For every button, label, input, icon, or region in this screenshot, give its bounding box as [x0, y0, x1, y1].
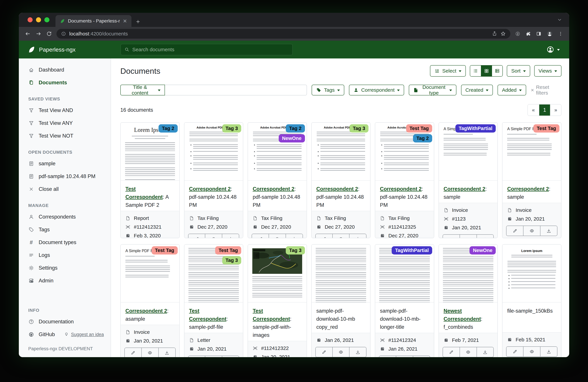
next-page-button[interactable]: »: [550, 104, 561, 116]
document-card[interactable]: Adobe Acrobat PDF FilesTag 3Corresponden…: [311, 122, 371, 238]
edit-button[interactable]: [252, 234, 269, 238]
extension-badge-icon[interactable]: [515, 31, 521, 37]
sidebar-item-admin[interactable]: Admin: [19, 274, 111, 287]
document-card[interactable]: Test TagTag 3Test Correspondent: sample-…: [184, 244, 243, 357]
document-card[interactable]: A Simple PDF FileTest TagCorrespondent 2…: [502, 122, 561, 238]
filter-field-selector-button[interactable]: Title & content: [120, 85, 165, 95]
tag-badge-tag-2[interactable]: Tag 2: [413, 134, 432, 142]
edit-button[interactable]: [125, 348, 141, 357]
edit-button[interactable]: [443, 235, 460, 238]
preview-button[interactable]: [460, 347, 477, 357]
sidebar-item-sample[interactable]: sample: [19, 157, 111, 170]
document-thumbnail[interactable]: NewOne: [439, 245, 498, 302]
list-view-button[interactable]: [470, 65, 481, 76]
correspondent-link[interactable]: Newest Correspondent: [444, 308, 481, 322]
tab-close-icon[interactable]: ✕: [123, 18, 127, 24]
tag-badge-tag-2[interactable]: Tag 2: [286, 124, 305, 133]
account-menu[interactable]: [546, 45, 560, 54]
document-thumbnail[interactable]: TagWithPartial: [375, 245, 434, 302]
download-button[interactable]: [158, 348, 175, 357]
new-tab-button[interactable]: [135, 19, 141, 24]
document-thumbnail[interactable]: Lorem IpsumTag 2: [121, 123, 179, 181]
share-icon[interactable]: [492, 31, 497, 37]
sidebar-item-test-view-not[interactable]: Test View NOT: [19, 130, 111, 142]
preview-button[interactable]: [141, 348, 158, 357]
document-thumbnail[interactable]: A Simple PDF FileTest Tag: [503, 123, 561, 181]
reload-button[interactable]: [46, 31, 52, 37]
filter-text-input[interactable]: [165, 85, 307, 95]
preview-button[interactable]: [205, 234, 222, 238]
download-button[interactable]: [349, 347, 366, 357]
forward-button[interactable]: [35, 31, 42, 37]
detail-view-button[interactable]: [492, 65, 503, 76]
document-card[interactable]: Adobe Acrobat PDF FilesTest TagTag 2Corr…: [375, 122, 434, 238]
url-bar[interactable]: localhost:4200/documents: [57, 29, 510, 39]
document-card[interactable]: Adobe Acrobat PDF FilesTag 2NewOneCorres…: [248, 122, 307, 238]
correspondent-link[interactable]: Correspondent 2: [444, 186, 485, 192]
document-card[interactable]: Lorem ipsumfile-sample_150kBsFeb 15, 202…: [502, 244, 561, 357]
document-card[interactable]: Tag 3Test Correspondent: sample-pdf-with…: [248, 244, 307, 357]
filter-tags-button[interactable]: Tags: [312, 85, 344, 95]
sidebar-item-correspondents[interactable]: Correspondents: [19, 210, 111, 223]
tag-badge-test-tag[interactable]: Test Tag: [152, 246, 178, 255]
zoom-window-button[interactable]: [44, 17, 49, 22]
edit-button[interactable]: [379, 356, 396, 357]
tag-badge-test-tag[interactable]: Test Tag: [406, 124, 432, 133]
global-search-input[interactable]: [132, 47, 289, 52]
preview-button[interactable]: [332, 234, 349, 238]
browser-menu-icon[interactable]: [558, 31, 564, 37]
preview-button[interactable]: [332, 347, 349, 357]
correspondent-link[interactable]: Test Correspondent: [253, 308, 290, 322]
current-page-button[interactable]: 1: [539, 104, 550, 116]
correspondent-link[interactable]: Test Correspondent: [126, 186, 163, 200]
document-card[interactable]: sample-pdf-download-10-mb copy_redJan 26…: [311, 244, 371, 357]
tag-badge-tagwithpartial[interactable]: TagWithPartial: [392, 246, 432, 255]
sidebar-item-test-view-any[interactable]: Test View ANY: [19, 117, 111, 130]
tag-badge-tagwithpartial[interactable]: TagWithPartial: [455, 124, 496, 133]
document-card[interactable]: Adobe Acrobat PDF FilesTag 3Corresponden…: [184, 122, 243, 238]
correspondent-link[interactable]: Correspondent 2: [380, 186, 421, 192]
edit-button[interactable]: [506, 226, 523, 236]
document-card[interactable]: A Simple PDF FileTagWithPartialCorrespon…: [439, 122, 498, 238]
close-window-button[interactable]: [28, 17, 33, 22]
minimize-window-button[interactable]: [36, 17, 41, 22]
tag-badge-tag-3[interactable]: Tag 3: [350, 124, 369, 133]
suggest-an-idea-link[interactable]: Suggest an idea: [64, 332, 104, 337]
filter-created-button[interactable]: Created: [461, 85, 493, 95]
sidebar-item-document-types[interactable]: #Document types: [19, 236, 111, 249]
bookmark-star-icon[interactable]: [500, 31, 506, 37]
preview-button[interactable]: [523, 347, 540, 357]
filter-added-button[interactable]: Added: [498, 85, 526, 95]
document-card[interactable]: TagWithPartialsample-pdf-download-10-mb-…: [375, 244, 434, 357]
download-button[interactable]: [349, 234, 366, 238]
download-button[interactable]: [477, 235, 494, 238]
tag-badge-tag-2[interactable]: Tag 2: [159, 124, 178, 133]
filter-correspondent-button[interactable]: Correspondent: [349, 85, 404, 95]
document-thumbnail[interactable]: Test TagTag 3: [184, 245, 243, 302]
document-thumbnail[interactable]: A Simple PDF FileTagWithPartial: [439, 123, 498, 181]
preview-button[interactable]: [460, 235, 477, 238]
sidebar-item-documentation[interactable]: Documentation: [19, 315, 111, 328]
sidebar-item-test-view-and[interactable]: Test View AND: [19, 104, 111, 117]
preview-button[interactable]: [523, 226, 540, 236]
edit-button[interactable]: [316, 347, 332, 357]
back-button[interactable]: [24, 31, 31, 37]
tag-badge-newone[interactable]: NewOne: [469, 246, 496, 255]
sidebar-item-pdf-sample-10-24-48-pm[interactable]: pdf-sample 10.24.48 PM: [19, 170, 111, 183]
correspondent-link[interactable]: Correspondent 2: [126, 308, 167, 314]
correspondent-link[interactable]: Correspondent 2: [316, 186, 358, 192]
download-button[interactable]: [222, 356, 239, 357]
download-button[interactable]: [477, 347, 494, 357]
download-button[interactable]: [413, 356, 430, 357]
document-card[interactable]: Lorem IpsumTag 2Test Correspondent: A Sa…: [120, 122, 180, 238]
reset-filters-button[interactable]: × Reset filters: [531, 84, 561, 96]
extensions-puzzle-icon[interactable]: [525, 31, 531, 37]
document-thumbnail[interactable]: Adobe Acrobat PDF FilesTag 2NewOne: [248, 123, 307, 181]
views-button[interactable]: Views: [534, 65, 561, 77]
download-button[interactable]: [286, 234, 303, 238]
preview-button[interactable]: [396, 356, 413, 357]
edit-button[interactable]: [506, 347, 523, 357]
browser-tab[interactable]: Documents - Paperless-ngx ✕: [56, 15, 131, 27]
document-thumbnail[interactable]: Adobe Acrobat PDF FilesTest TagTag 2: [375, 123, 434, 181]
document-thumbnail[interactable]: A Simple PDF FileTest Tag: [121, 245, 179, 302]
